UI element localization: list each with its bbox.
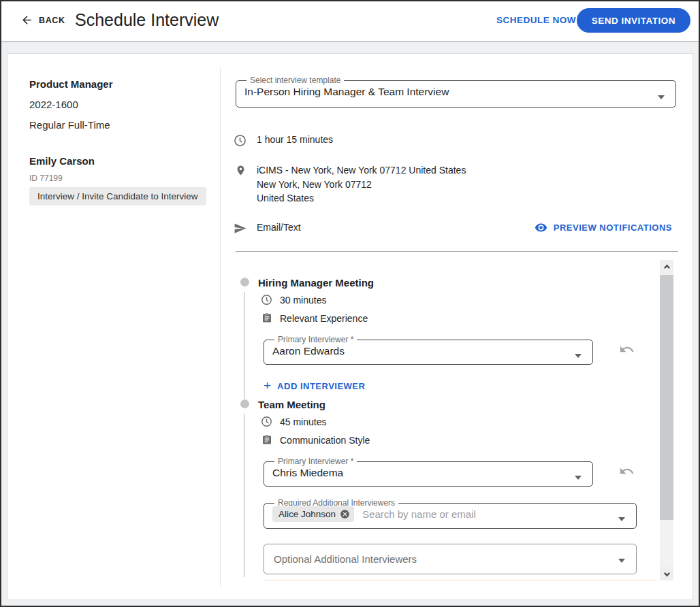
meeting-1-connector — [244, 292, 245, 399]
duration-text: 1 hour 15 minutes — [257, 134, 333, 145]
meeting-1-duration-row: 30 minutes — [261, 294, 326, 306]
meeting-2-focus: Communication Style — [280, 435, 370, 446]
back-button[interactable]: BACK — [20, 14, 65, 27]
undo-icon[interactable] — [619, 463, 635, 479]
meeting-2-duration-row: 45 minutes — [261, 416, 326, 427]
clock-icon — [261, 294, 272, 306]
meeting-1-primary-interviewer-select[interactable]: Primary Interviewer * Aaron Edwards — [264, 335, 593, 365]
candidate-status-badge: Interview / Invite Candidate to Intervie… — [29, 187, 206, 206]
panel-divider — [220, 67, 221, 587]
meeting-2-primary-interviewer-value: Chris Miedema — [272, 467, 584, 479]
section-divider — [236, 251, 678, 252]
eye-icon — [535, 221, 547, 234]
schedule-card: Product Manager 2022-1600 Regular Full-T… — [7, 53, 693, 600]
page-title: Schedule Interview — [75, 10, 219, 30]
notification-method-row: Email/Text — [234, 222, 301, 235]
meeting-1-title: Hiring Manager Meeting — [258, 277, 374, 289]
meeting-2-primary-interviewer-label: Primary Interviewer * — [274, 457, 357, 466]
location-line-1: iCIMS - New York, New York 07712 United … — [257, 163, 466, 178]
job-title: Product Manager — [29, 78, 113, 90]
candidate-name: Emily Carson — [29, 155, 95, 167]
meeting-1-focus: Relevant Experience — [280, 313, 368, 324]
meeting-bullet — [240, 399, 249, 408]
next-section-edge — [264, 580, 657, 580]
scroll-up-button[interactable] — [660, 260, 673, 274]
meeting-2-title: Team Meeting — [258, 399, 325, 410]
meeting-2-focus-row: Communication Style — [261, 434, 370, 446]
chevron-down-icon — [618, 559, 625, 563]
scroll-down-button[interactable] — [660, 567, 673, 580]
meeting-2-connector — [244, 414, 245, 577]
meeting-bullet — [240, 278, 249, 286]
chevron-down-icon — [575, 354, 582, 358]
interview-template-select[interactable]: Select interview template In-Person Hiri… — [236, 76, 676, 108]
preview-notifications-link[interactable]: PREVIEW NOTIFICATIONS — [535, 221, 672, 234]
scrollbar-thumb[interactable] — [660, 275, 673, 520]
interview-template-label: Select interview template — [246, 76, 344, 85]
back-label: BACK — [39, 16, 65, 25]
plus-icon: + — [264, 380, 271, 391]
preview-notifications-label: PREVIEW NOTIFICATIONS — [554, 223, 672, 233]
arrow-back-icon — [20, 14, 33, 27]
meeting-1-primary-interviewer-label: Primary Interviewer * — [274, 335, 357, 344]
duration-row: 1 hour 15 minutes — [234, 134, 333, 147]
send-icon — [234, 222, 246, 235]
chevron-down-icon — [658, 95, 665, 99]
remove-chip-icon[interactable] — [340, 509, 350, 519]
interviewer-chip: Alice Johnson — [272, 506, 354, 522]
meeting-1-primary-interviewer-value: Aaron Edwards — [272, 345, 584, 357]
optional-additional-interviewers-placeholder: Optional Additional Interviewers — [274, 553, 417, 565]
chevron-up-icon — [663, 263, 671, 271]
interviewer-search-input[interactable]: Search by name or email — [362, 508, 476, 520]
candidate-id: ID 77199 — [29, 174, 63, 183]
undo-icon[interactable] — [619, 342, 635, 357]
chevron-down-icon — [618, 517, 625, 521]
optional-additional-interviewers-field[interactable]: Optional Additional Interviewers — [264, 544, 637, 574]
send-invitation-button[interactable]: SEND INVITATION — [577, 8, 690, 33]
location-line-2: New York, New York 07712 — [257, 178, 466, 192]
required-additional-interviewers-field[interactable]: Required Additional Interviewers Alice J… — [264, 498, 637, 529]
schedule-now-link[interactable]: SCHEDULE NOW — [496, 15, 576, 25]
clipboard-icon — [261, 434, 272, 446]
chevron-down-icon — [663, 570, 671, 578]
job-id: 2022-1600 — [29, 99, 78, 110]
meeting-1-duration: 30 minutes — [280, 295, 326, 306]
meeting-2-duration: 45 minutes — [280, 416, 326, 427]
chevron-down-icon — [575, 476, 582, 480]
clock-icon — [261, 416, 272, 427]
clipboard-icon — [261, 312, 272, 324]
location-line-3: United States — [257, 191, 466, 206]
top-bar: BACK Schedule Interview SCHEDULE NOW SEN… — [1, 1, 699, 42]
meeting-2-primary-interviewer-select[interactable]: Primary Interviewer * Chris Miedema — [264, 457, 593, 487]
job-employment-type: Regular Full-Time — [29, 119, 110, 131]
notification-method-text: Email/Text — [257, 222, 301, 233]
schedule-interview-page: BACK Schedule Interview SCHEDULE NOW SEN… — [0, 0, 700, 607]
clock-icon — [234, 134, 246, 147]
interviewer-chip-label: Alice Johnson — [279, 509, 336, 519]
add-interviewer-label: ADD INTERVIEWER — [277, 381, 365, 391]
interview-template-value: In-Person Hiring Manager & Team Intervie… — [244, 86, 667, 98]
meeting-1-focus-row: Relevant Experience — [261, 312, 368, 324]
location-row: iCIMS - New York, New York 07712 United … — [235, 163, 466, 206]
location-text: iCIMS - New York, New York 07712 United … — [257, 163, 466, 206]
add-interviewer-button[interactable]: + ADD INTERVIEWER — [264, 380, 365, 391]
location-pin-icon — [235, 163, 246, 178]
